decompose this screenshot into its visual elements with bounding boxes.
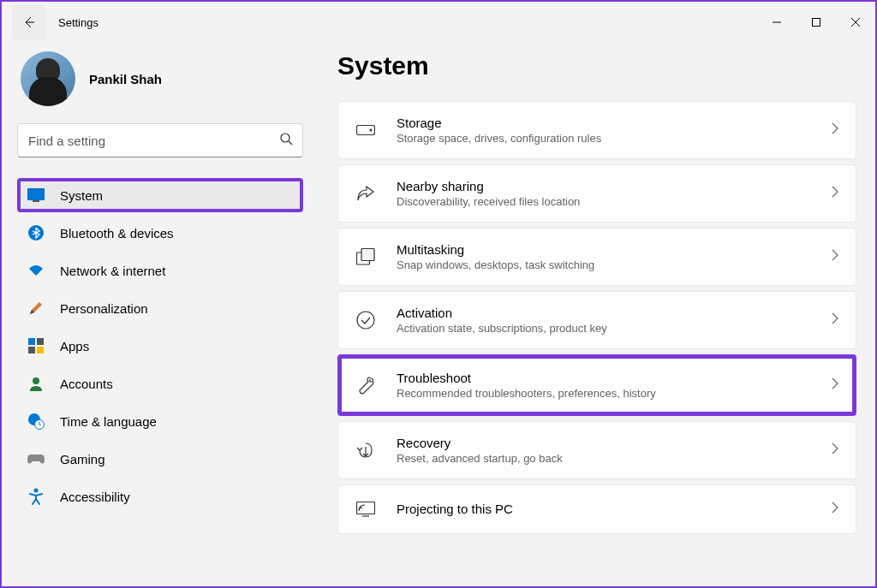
user-section[interactable]: Pankil Shah bbox=[21, 51, 303, 106]
setting-desc: Storage space, drives, configuration rul… bbox=[397, 132, 811, 145]
sidebar-item-label: Accessibility bbox=[60, 490, 130, 504]
search-box bbox=[17, 123, 303, 157]
setting-title: Multitasking bbox=[397, 242, 811, 257]
svg-point-1 bbox=[281, 134, 289, 142]
setting-multitasking[interactable]: Multitasking Snap windows, desktops, tas… bbox=[337, 228, 856, 286]
gamepad-icon bbox=[27, 450, 45, 467]
wifi-icon bbox=[27, 262, 45, 279]
sidebar-item-gaming[interactable]: Gaming bbox=[17, 442, 303, 476]
system-icon bbox=[27, 187, 45, 204]
svg-point-18 bbox=[357, 312, 374, 329]
window-controls bbox=[757, 9, 875, 36]
bluetooth-icon bbox=[27, 224, 45, 241]
titlebar: Settings bbox=[2, 2, 875, 43]
maximize-icon bbox=[812, 18, 820, 27]
sidebar-item-label: Network & internet bbox=[60, 264, 165, 278]
storage-icon bbox=[355, 120, 376, 140]
setting-desc: Snap windows, desktops, task switching bbox=[397, 258, 811, 271]
setting-desc: Reset, advanced startup, go back bbox=[397, 452, 811, 465]
svg-rect-0 bbox=[813, 19, 820, 27]
sidebar-item-system[interactable]: System bbox=[17, 178, 303, 212]
setting-title: Storage bbox=[397, 116, 811, 130]
titlebar-left: Settings bbox=[9, 5, 98, 39]
svg-rect-6 bbox=[28, 338, 35, 345]
setting-recovery[interactable]: Recovery Reset, advanced startup, go bac… bbox=[337, 421, 856, 479]
sidebar-item-label: Apps bbox=[60, 339, 89, 353]
search-icon bbox=[279, 132, 293, 149]
setting-text: Projecting to this PC bbox=[397, 502, 811, 518]
sidebar-item-network[interactable]: Network & internet bbox=[17, 253, 303, 288]
settings-list: Storage Storage space, drives, configura… bbox=[337, 101, 856, 534]
setting-text: Recovery Reset, advanced startup, go bac… bbox=[397, 436, 811, 465]
search-input[interactable] bbox=[17, 123, 303, 157]
paintbrush-icon bbox=[27, 300, 45, 317]
sidebar: Pankil Shah System Bluetooth & devices bbox=[2, 43, 319, 586]
multitasking-icon bbox=[355, 246, 376, 267]
checkmark-circle-icon bbox=[355, 310, 376, 330]
sidebar-item-personalization[interactable]: Personalization bbox=[17, 291, 303, 325]
person-icon bbox=[27, 375, 45, 392]
content-area: Pankil Shah System Bluetooth & devices bbox=[2, 43, 875, 586]
projecting-icon bbox=[355, 499, 376, 520]
chevron-right-icon bbox=[832, 377, 838, 393]
svg-point-10 bbox=[33, 377, 39, 384]
svg-rect-3 bbox=[28, 189, 44, 199]
chevron-right-icon bbox=[832, 186, 838, 201]
chevron-right-icon bbox=[832, 312, 838, 328]
maximize-button[interactable] bbox=[796, 9, 836, 36]
sidebar-item-label: Gaming bbox=[60, 452, 105, 466]
page-title: System bbox=[337, 51, 856, 80]
setting-title: Troubleshoot bbox=[397, 371, 811, 385]
setting-storage[interactable]: Storage Storage space, drives, configura… bbox=[337, 101, 856, 159]
apps-icon bbox=[27, 337, 45, 354]
sidebar-item-label: Time & language bbox=[60, 414, 157, 429]
window-title: Settings bbox=[58, 16, 98, 29]
setting-troubleshoot[interactable]: Troubleshoot Recommended troubleshooters… bbox=[337, 354, 856, 416]
setting-title: Nearby sharing bbox=[397, 179, 811, 193]
sidebar-item-label: Accounts bbox=[60, 377, 113, 391]
avatar bbox=[21, 51, 75, 106]
setting-text: Storage Storage space, drives, configura… bbox=[397, 116, 811, 145]
back-button[interactable] bbox=[12, 5, 46, 39]
chevron-right-icon bbox=[832, 502, 838, 517]
close-button[interactable] bbox=[836, 9, 875, 36]
setting-desc: Recommended troubleshooters, preferences… bbox=[397, 387, 811, 400]
svg-rect-17 bbox=[361, 249, 374, 261]
svg-rect-8 bbox=[28, 347, 35, 353]
setting-text: Troubleshoot Recommended troubleshooters… bbox=[397, 371, 811, 400]
setting-text: Multitasking Snap windows, desktops, tas… bbox=[397, 242, 811, 271]
chevron-right-icon bbox=[832, 249, 838, 264]
sidebar-item-accounts[interactable]: Accounts bbox=[17, 366, 303, 401]
setting-text: Activation Activation state, subscriptio… bbox=[397, 306, 811, 335]
accessibility-icon bbox=[27, 488, 45, 505]
wrench-icon bbox=[355, 375, 376, 395]
minimize-icon bbox=[773, 18, 781, 27]
svg-point-15 bbox=[370, 129, 373, 132]
setting-title: Activation bbox=[397, 306, 811, 320]
user-name: Pankil Shah bbox=[89, 72, 162, 86]
svg-rect-7 bbox=[37, 338, 44, 345]
sidebar-item-label: System bbox=[60, 188, 103, 203]
sidebar-item-label: Bluetooth & devices bbox=[60, 226, 174, 241]
recovery-icon bbox=[355, 440, 376, 460]
minimize-button[interactable] bbox=[757, 9, 796, 36]
sidebar-item-label: Personalization bbox=[60, 301, 148, 316]
svg-rect-9 bbox=[37, 347, 44, 353]
sidebar-item-accessibility[interactable]: Accessibility bbox=[17, 479, 303, 514]
svg-rect-4 bbox=[33, 200, 39, 202]
globe-clock-icon bbox=[27, 413, 45, 430]
setting-nearby-sharing[interactable]: Nearby sharing Discoverability, received… bbox=[337, 164, 856, 223]
sidebar-item-time-language[interactable]: Time & language bbox=[17, 404, 303, 438]
setting-desc: Activation state, subscriptions, product… bbox=[397, 322, 811, 335]
setting-projecting[interactable]: Projecting to this PC bbox=[337, 484, 856, 534]
setting-activation[interactable]: Activation Activation state, subscriptio… bbox=[337, 291, 856, 349]
setting-title: Recovery bbox=[397, 436, 811, 450]
sidebar-item-apps[interactable]: Apps bbox=[17, 329, 303, 363]
svg-point-13 bbox=[34, 489, 39, 493]
main-content: System Storage Storage space, drives, co… bbox=[319, 43, 875, 586]
setting-text: Nearby sharing Discoverability, received… bbox=[397, 179, 811, 208]
close-icon bbox=[851, 18, 860, 27]
arrow-left-icon bbox=[22, 15, 36, 29]
setting-title: Projecting to this PC bbox=[397, 502, 811, 516]
sidebar-item-bluetooth[interactable]: Bluetooth & devices bbox=[17, 216, 303, 250]
